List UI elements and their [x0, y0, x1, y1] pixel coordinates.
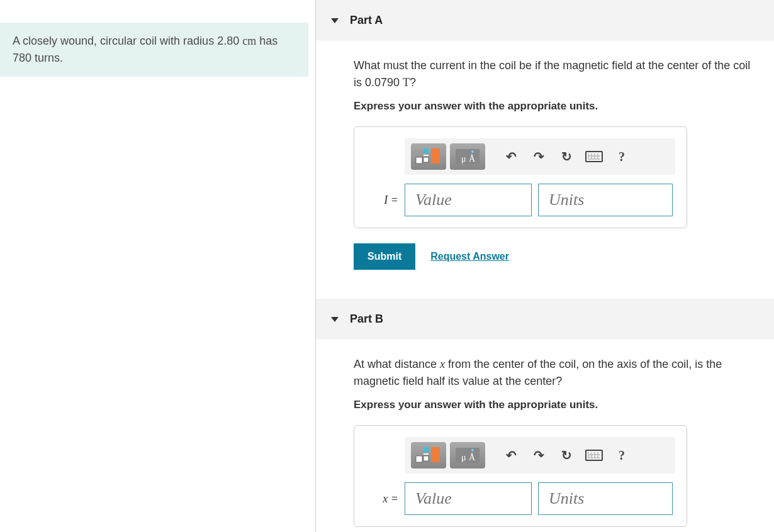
svg-rect-14	[456, 448, 480, 463]
part-b-title: Part B	[350, 313, 383, 326]
svg-rect-4	[431, 148, 440, 163]
problem-statement: A closely wound, circular coil with radi…	[0, 23, 308, 77]
variable-label: I =	[366, 194, 398, 207]
submit-button[interactable]: Submit	[354, 243, 415, 270]
reset-icon[interactable]: ↻	[554, 143, 578, 170]
symbols-icon[interactable]: μ Å	[450, 442, 485, 468]
undo-icon[interactable]: ↶	[499, 143, 523, 170]
units-input[interactable]	[538, 482, 673, 515]
svg-text:μ: μ	[461, 154, 466, 163]
value-input[interactable]	[405, 482, 532, 515]
svg-point-17	[471, 449, 474, 452]
undo-icon[interactable]: ↶	[499, 442, 523, 468]
part-b-question: At what distance x from the center of th…	[354, 356, 756, 390]
part-b-answer-area: μ Å ↶ ↷ ↻ ? x =	[354, 425, 687, 527]
equation-toolbar: μ Å ↶ ↷ ↻ ?	[405, 437, 675, 474]
svg-text:Å: Å	[469, 453, 476, 462]
svg-rect-12	[423, 456, 429, 461]
turns-value: 780	[13, 52, 31, 64]
svg-rect-9	[416, 456, 422, 462]
svg-rect-1	[423, 148, 429, 153]
svg-rect-3	[423, 157, 429, 162]
svg-rect-2	[423, 155, 429, 156]
svg-text:μ: μ	[461, 453, 466, 462]
redo-icon[interactable]: ↷	[527, 143, 551, 170]
redo-icon[interactable]: ↷	[527, 442, 551, 468]
problem-text: A closely wound, circular coil with radi…	[13, 35, 217, 47]
part-a-title: Part A	[350, 14, 383, 27]
svg-rect-0	[416, 157, 422, 163]
radius-unit: cm	[242, 35, 256, 47]
part-a-question: What must the current in the coil be if …	[354, 57, 756, 91]
part-a-instruction: Express your answer with the appropriate…	[354, 100, 774, 113]
help-icon[interactable]: ?	[610, 442, 634, 468]
part-a-answer-area: μ Å ↶ ↷ ↻ ? I =	[354, 126, 687, 228]
part-a-header[interactable]: Part A	[316, 0, 774, 41]
keyboard-icon[interactable]	[582, 143, 606, 170]
help-icon[interactable]: ?	[610, 143, 634, 170]
templates-icon[interactable]	[411, 143, 446, 170]
reset-icon[interactable]: ↻	[554, 442, 578, 468]
templates-icon[interactable]	[411, 442, 446, 468]
symbols-icon[interactable]: μ Å	[450, 143, 485, 170]
request-answer-link[interactable]: Request Answer	[430, 251, 509, 262]
svg-rect-5	[456, 149, 480, 164]
svg-rect-10	[423, 447, 429, 452]
svg-point-8	[471, 150, 474, 153]
part-b-instruction: Express your answer with the appropriate…	[354, 399, 774, 411]
chevron-down-icon	[331, 317, 339, 322]
svg-text:Å: Å	[469, 154, 476, 163]
radius-value: 2.80	[217, 35, 239, 47]
value-input[interactable]	[405, 184, 532, 216]
problem-text-3: turns.	[31, 52, 63, 64]
units-input[interactable]	[538, 184, 673, 216]
svg-rect-13	[431, 447, 440, 462]
part-b-header[interactable]: Part B	[316, 299, 774, 340]
chevron-down-icon	[331, 18, 339, 23]
equation-toolbar: μ Å ↶ ↷ ↻ ?	[405, 138, 675, 175]
keyboard-icon[interactable]	[582, 442, 606, 468]
variable-label: x =	[366, 492, 398, 506]
problem-text-2: has	[256, 35, 278, 47]
svg-rect-11	[423, 453, 429, 455]
